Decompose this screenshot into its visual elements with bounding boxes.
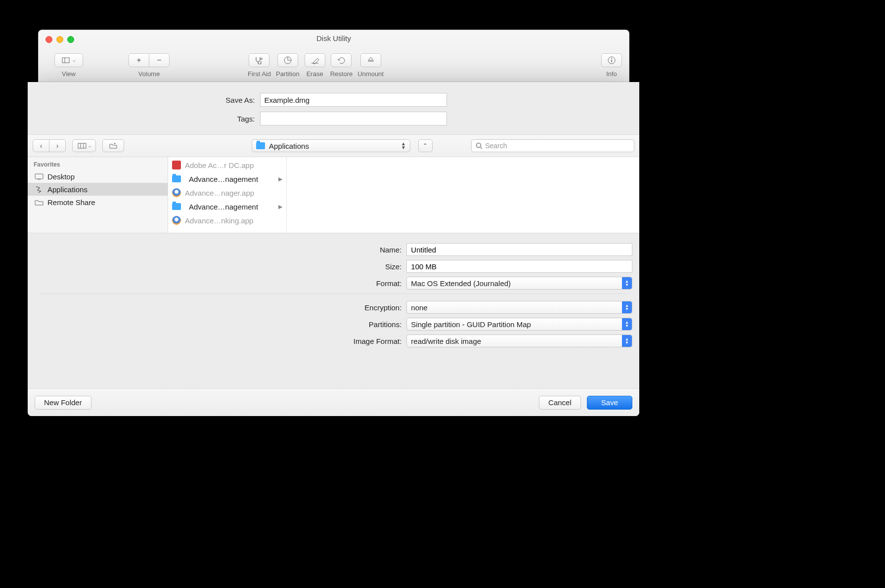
chevron-right-icon: ▶ <box>278 204 282 210</box>
name-label: Name: <box>35 246 401 254</box>
divider <box>40 294 627 294</box>
svg-rect-7 <box>78 143 86 148</box>
size-label: Size: <box>35 262 401 271</box>
chevron-updown-icon: ▲▼ <box>622 318 632 330</box>
desktop-icon <box>35 173 44 180</box>
partition-label: Partition <box>276 70 300 78</box>
chevron-right-icon: ▶ <box>278 176 282 182</box>
format-label: Format: <box>35 279 401 288</box>
cancel-button[interactable]: Cancel <box>539 396 581 410</box>
encryption-select[interactable]: none ▲▼ <box>406 301 632 314</box>
browser-toolbar: ‹ › ⌵ Applications ▲▼ ⌃ <box>28 134 639 157</box>
search-input[interactable] <box>485 142 630 150</box>
file-label: Adobe Ac…r DC.app <box>185 161 254 169</box>
first-aid-button[interactable] <box>249 53 269 67</box>
sheet-footer: New Folder Cancel Save <box>28 388 639 416</box>
app-icon <box>172 161 181 169</box>
chevron-updown-icon: ▲▼ <box>622 335 632 347</box>
file-row[interactable]: Advance…nager.app <box>168 186 286 200</box>
sidebar: Favorites Desktop Applications Remote Sh… <box>28 157 168 233</box>
file-column-empty <box>287 157 639 233</box>
encryption-label: Encryption: <box>35 303 401 312</box>
file-row[interactable]: Advance…nagement ▶ <box>168 172 286 186</box>
svg-rect-0 <box>62 58 69 63</box>
eject-icon <box>367 56 375 64</box>
nav-back-button[interactable]: ‹ <box>33 139 49 152</box>
volume-remove-button[interactable]: − <box>149 53 170 67</box>
unmount-label: Unmount <box>357 70 384 78</box>
restore-label: Restore <box>330 70 353 78</box>
applications-icon <box>35 186 44 193</box>
view-toggle-button[interactable]: ⌵ <box>54 53 83 67</box>
search-field[interactable] <box>471 139 634 152</box>
svg-line-13 <box>481 147 482 149</box>
app-icon <box>172 188 181 197</box>
size-input[interactable] <box>406 260 632 273</box>
collapse-button[interactable]: ⌃ <box>418 139 433 152</box>
sidebar-item-applications[interactable]: Applications <box>28 183 168 196</box>
file-label: Advance…nagement <box>189 175 258 183</box>
location-text: Applications <box>269 142 309 150</box>
window-title: Disk Utility <box>39 34 629 42</box>
info-label: Info <box>606 70 617 78</box>
sidebar-icon <box>62 57 70 63</box>
svg-point-17 <box>40 191 41 192</box>
search-icon <box>476 142 482 149</box>
columns-icon <box>78 143 87 149</box>
folder-icon <box>256 142 265 149</box>
encryption-value: none <box>411 303 427 312</box>
save-as-label: Save As: <box>221 96 255 104</box>
undo-icon <box>337 56 346 64</box>
folder-icon <box>172 203 181 210</box>
save-button[interactable]: Save <box>587 396 632 410</box>
chevron-updown-icon: ▲▼ <box>622 277 632 289</box>
sidebar-item-desktop[interactable]: Desktop <box>28 170 168 183</box>
location-popup[interactable]: Applications ▲▼ <box>252 139 410 152</box>
name-input[interactable] <box>406 243 632 256</box>
sidebar-heading: Favorites <box>28 160 168 170</box>
partition-button[interactable] <box>277 53 298 67</box>
svg-rect-14 <box>35 174 43 179</box>
piechart-icon <box>283 56 292 65</box>
sidebar-item-label: Remote Share <box>47 198 95 207</box>
nav-forward-button[interactable]: › <box>49 139 66 152</box>
partitions-select[interactable]: Single partition - GUID Partition Map ▲▼ <box>406 318 632 331</box>
file-row[interactable]: Adobe Ac…r DC.app <box>168 158 286 172</box>
erase-button[interactable] <box>305 53 325 67</box>
svg-point-16 <box>36 186 37 187</box>
stethoscope-icon <box>255 56 264 64</box>
svg-point-12 <box>477 143 481 148</box>
sidebar-item-label: Applications <box>47 185 88 194</box>
chevron-updown-icon: ▲▼ <box>401 142 406 150</box>
chevron-updown-icon: ▲▼ <box>622 301 632 313</box>
tags-label: Tags: <box>221 115 255 123</box>
folder-icon <box>172 175 181 182</box>
view-label: View <box>62 70 76 78</box>
tags-input[interactable] <box>260 112 447 126</box>
image-format-select[interactable]: read/write disk image ▲▼ <box>406 335 632 347</box>
format-value: Mac OS Extended (Journaled) <box>411 279 511 288</box>
folder-plus-icon <box>109 142 118 149</box>
chevron-up-icon: ⌃ <box>423 142 428 149</box>
group-button[interactable] <box>102 139 124 152</box>
file-label: Advance…nagement <box>189 203 258 211</box>
info-icon <box>607 56 616 65</box>
first-aid-label: First Aid <box>248 70 271 78</box>
folder-icon <box>35 199 44 206</box>
file-row[interactable]: Advance…nking.app <box>168 213 286 227</box>
save-sheet: Save As: Tags: ‹ › ⌵ Applications ▲▼ <box>28 82 639 416</box>
new-folder-button[interactable]: New Folder <box>35 396 91 410</box>
erase-label: Erase <box>307 70 323 78</box>
partitions-label: Partitions: <box>35 320 401 329</box>
file-row[interactable]: Advance…nagement ▶ <box>168 200 286 213</box>
volume-add-button[interactable]: + <box>129 53 149 67</box>
format-select[interactable]: Mac OS Extended (Journaled) ▲▼ <box>406 277 632 290</box>
app-icon <box>172 216 181 225</box>
unmount-button[interactable] <box>360 53 381 67</box>
info-button[interactable] <box>601 53 622 67</box>
save-as-input[interactable] <box>260 93 447 107</box>
view-mode-button[interactable]: ⌵ <box>72 139 96 152</box>
restore-button[interactable] <box>331 53 352 67</box>
sidebar-item-remote-share[interactable]: Remote Share <box>28 196 168 209</box>
partitions-value: Single partition - GUID Partition Map <box>411 320 531 329</box>
